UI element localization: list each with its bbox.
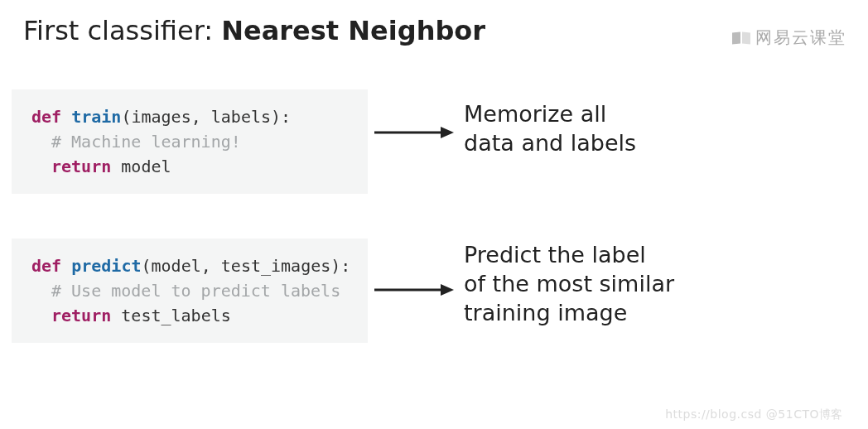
code-line: return test_labels (31, 303, 353, 328)
code-line: def predict(model, test_images): (31, 253, 353, 278)
return-value: test_labels (121, 306, 230, 325)
return-value: model (121, 157, 171, 176)
keyword-def: def (31, 107, 61, 127)
desc-line: Predict the label (464, 240, 674, 269)
desc-line: of the most similar (464, 269, 674, 298)
svg-marker-1 (441, 127, 454, 138)
title-prefix: First classifier: (23, 15, 221, 46)
signature: (images, labels): (121, 107, 291, 127)
function-name: train (71, 107, 121, 127)
title-strong: Nearest Neighbor (221, 15, 485, 46)
code-line: def train(images, labels): (31, 104, 353, 129)
description-train: Memorize all data and labels (464, 99, 636, 157)
keyword-return: return (51, 157, 111, 176)
description-predict: Predict the label of the most similar tr… (464, 240, 674, 327)
desc-line: training image (464, 298, 674, 327)
desc-line: Memorize all (464, 99, 636, 128)
brand-text: 网易云课堂 (755, 27, 846, 49)
code-block-predict: def predict(model, test_images): # Use m… (12, 239, 368, 343)
slide-title: First classifier: Nearest Neighbor (23, 15, 485, 46)
keyword-return: return (51, 306, 111, 325)
arrow-icon (373, 282, 456, 298)
brand-logo: 网易云课堂 (732, 27, 846, 49)
code-comment: # Machine learning! (31, 129, 353, 154)
code-block-train: def train(images, labels): # Machine lea… (12, 89, 368, 194)
book-icon (732, 31, 750, 46)
arrow-icon (373, 124, 456, 141)
desc-line: data and labels (464, 128, 636, 157)
signature: (model, test_images): (141, 256, 350, 276)
keyword-def: def (31, 256, 61, 276)
code-line: return model (31, 154, 353, 179)
code-comment: # Use model to predict labels (31, 278, 353, 303)
watermark-text: https://blog.csd @51CTO博客 (665, 407, 843, 422)
svg-marker-3 (441, 284, 454, 296)
function-name: predict (71, 256, 141, 276)
